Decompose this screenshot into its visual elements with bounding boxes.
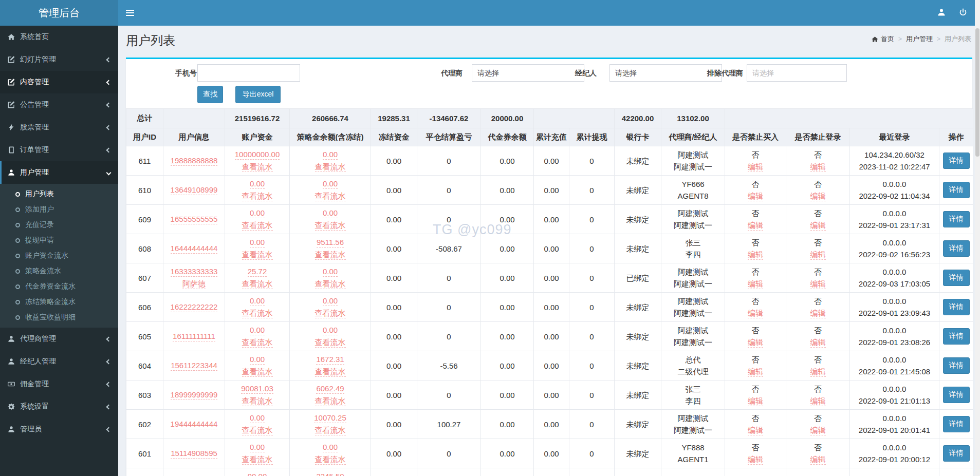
user-phone-link[interactable]: 16222222222: [171, 302, 218, 312]
view-flow-link[interactable]: 查看流水: [315, 250, 346, 260]
forbid-buy-edit-link[interactable]: 编辑: [748, 191, 763, 201]
view-flow-link[interactable]: 查看流水: [315, 162, 346, 172]
forbid-login-edit-link[interactable]: 编辑: [810, 425, 826, 435]
breadcrumb-item[interactable]: 首页: [872, 34, 894, 44]
detail-button[interactable]: 详情: [943, 182, 970, 198]
forbid-buy-edit-link[interactable]: 编辑: [748, 337, 763, 348]
account-funds-link[interactable]: 0.00: [250, 354, 265, 365]
strategy-balance-link[interactable]: 10070.25: [314, 413, 346, 423]
sidebar-item[interactable]: 公告管理: [0, 93, 118, 116]
forbid-login-edit-link[interactable]: 编辑: [810, 367, 826, 377]
user-phone-link[interactable]: 19888888888: [171, 156, 218, 166]
sidebar-subitem[interactable]: 充值记录: [0, 217, 118, 233]
logout-button[interactable]: [952, 0, 974, 26]
strategy-balance-link[interactable]: 0.00: [323, 179, 338, 189]
account-funds-link[interactable]: 0.00: [250, 442, 265, 452]
sidebar-item[interactable]: 订单管理: [0, 139, 118, 161]
user-phone-link[interactable]: 16333333333: [171, 266, 218, 277]
forbid-login-edit-link[interactable]: 编辑: [810, 454, 826, 465]
account-funds-link[interactable]: 90081.03: [241, 384, 273, 394]
view-flow-link[interactable]: 查看流水: [315, 367, 346, 377]
view-flow-link[interactable]: 查看流水: [315, 396, 346, 406]
sidebar-item[interactable]: 股票管理: [0, 116, 118, 139]
view-flow-link[interactable]: 查看流水: [242, 454, 273, 465]
forbid-login-edit-link[interactable]: 编辑: [810, 308, 826, 318]
detail-button[interactable]: 详情: [943, 270, 970, 286]
user-phone-link[interactable]: 13649108999: [171, 185, 218, 195]
forbid-buy-edit-link[interactable]: 编辑: [748, 279, 763, 289]
sidebar-subitem[interactable]: 添加用户: [0, 202, 118, 217]
user-phone-link[interactable]: 18999999999: [171, 390, 218, 400]
strategy-balance-link[interactable]: 0.00: [323, 149, 338, 160]
sidebar-subitem[interactable]: 账户资金流水: [0, 248, 118, 263]
user-phone-link[interactable]: 16555555555: [171, 214, 218, 224]
sidebar-toggle-button[interactable]: [118, 0, 142, 26]
forbid-login-edit-link[interactable]: 编辑: [810, 220, 826, 231]
user-menu-button[interactable]: [931, 0, 952, 26]
forbid-buy-edit-link[interactable]: 编辑: [748, 425, 763, 435]
forbid-buy-edit-link[interactable]: 编辑: [748, 308, 763, 318]
account-funds-link[interactable]: 0.00: [250, 296, 265, 306]
view-flow-link[interactable]: 查看流水: [242, 367, 273, 377]
view-flow-link[interactable]: 查看流水: [242, 308, 273, 318]
sidebar-item[interactable]: 内容管理: [0, 71, 118, 93]
account-funds-link[interactable]: 0.00: [250, 208, 265, 218]
sidebar-item[interactable]: 用户管理: [0, 161, 118, 184]
account-funds-link[interactable]: 25.72: [248, 266, 267, 277]
user-phone-link[interactable]: 19444444444: [171, 419, 218, 429]
strategy-balance-link[interactable]: 1672.31: [316, 354, 344, 365]
forbid-buy-edit-link[interactable]: 编辑: [748, 162, 763, 172]
strategy-balance-link[interactable]: 0.00: [323, 296, 338, 306]
sidebar-item[interactable]: 经纪人管理: [0, 350, 118, 373]
user-phone-link[interactable]: 16444444444: [171, 243, 218, 254]
phone-filter-input[interactable]: [197, 64, 300, 82]
sidebar-item[interactable]: 系统首页: [0, 26, 118, 48]
strategy-balance-link[interactable]: 6062.49: [316, 384, 344, 394]
strategy-balance-link[interactable]: 0.00: [323, 266, 338, 277]
forbid-login-edit-link[interactable]: 编辑: [810, 191, 826, 201]
view-flow-link[interactable]: 查看流水: [242, 425, 273, 435]
sidebar-subitem[interactable]: 收益宝收益明细: [0, 310, 118, 325]
view-flow-link[interactable]: 查看流水: [242, 191, 273, 201]
detail-button[interactable]: 详情: [943, 387, 970, 403]
forbid-login-edit-link[interactable]: 编辑: [810, 250, 826, 260]
view-flow-link[interactable]: 查看流水: [242, 279, 273, 289]
forbid-login-edit-link[interactable]: 编辑: [810, 396, 826, 406]
view-flow-link[interactable]: 查看流水: [315, 308, 346, 318]
view-flow-link[interactable]: 查看流水: [315, 191, 346, 201]
view-flow-link[interactable]: 查看流水: [315, 220, 346, 231]
view-flow-link[interactable]: 查看流水: [242, 396, 273, 406]
user-name-link[interactable]: 阿萨德: [182, 279, 206, 289]
forbid-buy-edit-link[interactable]: 编辑: [748, 250, 763, 260]
forbid-buy-edit-link[interactable]: 编辑: [748, 367, 763, 377]
detail-button[interactable]: 详情: [943, 240, 970, 257]
account-funds-link[interactable]: 0.00: [250, 413, 265, 423]
exclude-agent-filter-input[interactable]: [747, 64, 847, 82]
user-phone-link[interactable]: 15114908595: [171, 448, 217, 459]
account-funds-link[interactable]: 0.00: [250, 179, 265, 189]
sidebar-subitem[interactable]: 用户列表: [0, 186, 118, 202]
scrollbar-thumb[interactable]: [975, 28, 979, 157]
sidebar-item[interactable]: 代理商管理: [0, 328, 118, 350]
detail-button[interactable]: 详情: [943, 299, 970, 315]
strategy-balance-link[interactable]: 0.00: [323, 442, 338, 452]
account-funds-link[interactable]: 0.00: [250, 325, 265, 335]
detail-button[interactable]: 详情: [943, 416, 970, 432]
view-flow-link[interactable]: 查看流水: [315, 425, 346, 435]
app-logo[interactable]: 管理后台: [0, 0, 118, 26]
detail-button[interactable]: 详情: [943, 211, 970, 227]
view-flow-link[interactable]: 查看流水: [315, 454, 346, 465]
user-phone-link[interactable]: 16111111111: [173, 331, 215, 341]
user-phone-link[interactable]: 15611223344: [171, 360, 217, 371]
account-funds-link[interactable]: 10000000.00: [235, 149, 280, 160]
view-flow-link[interactable]: 查看流水: [242, 220, 273, 231]
sidebar-item[interactable]: 系统设置: [0, 395, 118, 418]
sidebar-item[interactable]: 管理员: [0, 418, 118, 441]
sidebar-subitem[interactable]: 冻结策略金流水: [0, 294, 118, 310]
strategy-balance-link[interactable]: 2345.50: [316, 471, 344, 476]
view-flow-link[interactable]: 查看流水: [315, 337, 346, 348]
strategy-balance-link[interactable]: 0.00: [323, 208, 338, 218]
strategy-balance-link[interactable]: 0.00: [323, 325, 338, 335]
forbid-buy-edit-link[interactable]: 编辑: [748, 396, 763, 406]
sidebar-item[interactable]: 佣金管理: [0, 373, 118, 395]
